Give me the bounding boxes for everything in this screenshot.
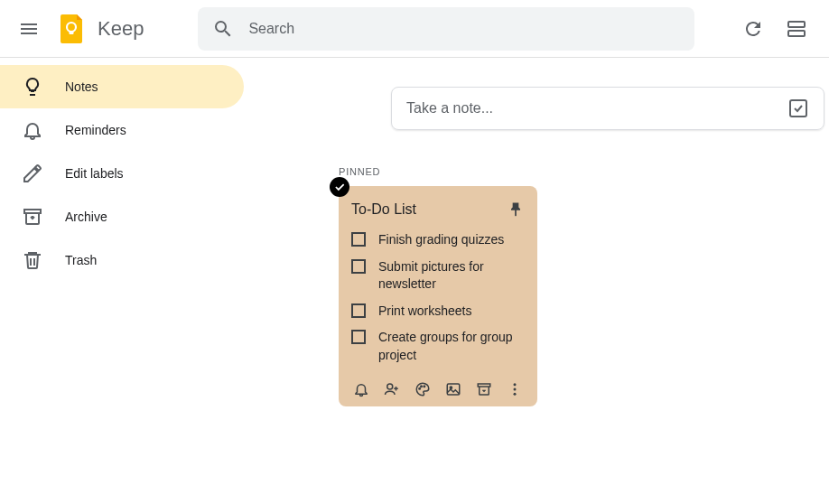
pinned-section-label: PINNED: [339, 166, 829, 177]
svg-point-11: [450, 387, 452, 388]
checklist-item[interactable]: Submit pictures for newsletter: [351, 258, 525, 294]
note-title: To-Do List: [351, 201, 416, 218]
checkbox-icon: [787, 98, 809, 119]
more-button[interactable]: [507, 381, 523, 397]
person-add-icon: [384, 381, 400, 397]
sidebar-item-label: Notes: [65, 79, 98, 94]
svg-point-9: [424, 385, 425, 387]
sidebar-item-archive[interactable]: Archive: [0, 195, 244, 238]
sidebar-item-label: Edit labels: [65, 166, 124, 181]
svg-point-6: [387, 384, 393, 389]
checklist-item[interactable]: Finish grading quizzes: [351, 231, 525, 249]
sidebar: Notes Reminders Edit labels Archive Tras…: [0, 58, 253, 504]
search-placeholder: Search: [248, 21, 294, 37]
image-icon: [445, 381, 461, 397]
pencil-icon: [11, 163, 54, 184]
pin-button[interactable]: [507, 201, 525, 219]
svg-rect-12: [478, 384, 490, 387]
checkbox-icon[interactable]: [351, 259, 366, 274]
search-icon: [212, 18, 234, 40]
remind-me-button[interactable]: [353, 381, 369, 397]
svg-point-14: [514, 387, 517, 390]
refresh-button[interactable]: [735, 11, 771, 47]
note-header: To-Do List: [351, 201, 525, 219]
keep-logo-icon: [54, 11, 90, 47]
note-card[interactable]: To-Do List Finish grading quizzes Submit…: [339, 186, 537, 406]
sidebar-item-reminders[interactable]: Reminders: [0, 108, 244, 152]
bell-icon: [11, 119, 54, 141]
pin-icon: [507, 201, 525, 219]
header: Keep Search: [0, 0, 829, 58]
more-vert-icon: [507, 381, 523, 397]
archive-button[interactable]: [476, 381, 492, 397]
svg-rect-1: [70, 31, 74, 34]
check-icon: [333, 181, 346, 193]
hamburger-icon: [18, 18, 40, 40]
svg-rect-5: [790, 100, 806, 117]
checklist-item[interactable]: Create groups for group project: [351, 329, 525, 364]
list-view-icon: [786, 18, 807, 40]
archive-icon: [11, 206, 54, 228]
sidebar-item-label: Trash: [65, 253, 97, 267]
checkbox-icon[interactable]: [351, 303, 366, 318]
svg-rect-2: [788, 22, 805, 27]
refresh-icon: [742, 18, 764, 40]
collaborator-button[interactable]: [384, 381, 400, 397]
add-image-button[interactable]: [445, 381, 461, 397]
select-note-button[interactable]: [330, 177, 349, 197]
checklist: Finish grading quizzes Submit pictures f…: [351, 231, 525, 365]
background-options-button[interactable]: [414, 381, 431, 397]
palette-icon: [414, 381, 431, 397]
menu-button[interactable]: [7, 7, 51, 51]
checkbox-icon[interactable]: [351, 330, 366, 344]
sidebar-item-notes[interactable]: Notes: [0, 65, 244, 108]
header-actions: [735, 11, 822, 47]
main-content: Take a note... PINNED To-Do List Finish …: [253, 58, 829, 504]
search-bar[interactable]: Search: [198, 7, 694, 51]
sidebar-item-edit-labels[interactable]: Edit labels: [0, 152, 244, 195]
lightbulb-icon: [11, 76, 54, 98]
checklist-item-text: Create groups for group project: [378, 329, 525, 364]
take-note-placeholder: Take a note...: [406, 100, 787, 117]
archive-icon: [476, 381, 492, 397]
svg-point-15: [514, 392, 517, 395]
list-view-button[interactable]: [778, 11, 815, 47]
trash-icon: [11, 249, 54, 271]
sidebar-item-label: Reminders: [65, 123, 126, 137]
logo[interactable]: Keep: [54, 11, 144, 47]
svg-point-13: [514, 383, 517, 386]
new-list-button[interactable]: [787, 98, 809, 119]
checklist-item-text: Print worksheets: [378, 303, 471, 321]
checklist-item[interactable]: Print worksheets: [351, 303, 525, 321]
app-name: Keep: [98, 17, 144, 41]
checklist-item-text: Finish grading quizzes: [378, 231, 504, 249]
sidebar-item-trash[interactable]: Trash: [0, 238, 244, 282]
take-note-input[interactable]: Take a note...: [391, 87, 824, 130]
body: Notes Reminders Edit labels Archive Tras…: [0, 58, 829, 504]
svg-point-7: [419, 387, 421, 389]
checkbox-icon[interactable]: [351, 232, 366, 247]
note-actions: [351, 381, 525, 397]
svg-rect-4: [24, 210, 41, 213]
checklist-item-text: Submit pictures for newsletter: [378, 258, 525, 294]
sidebar-item-label: Archive: [65, 210, 107, 224]
svg-rect-3: [788, 31, 805, 36]
svg-point-8: [421, 385, 423, 387]
bell-icon: [353, 381, 369, 397]
